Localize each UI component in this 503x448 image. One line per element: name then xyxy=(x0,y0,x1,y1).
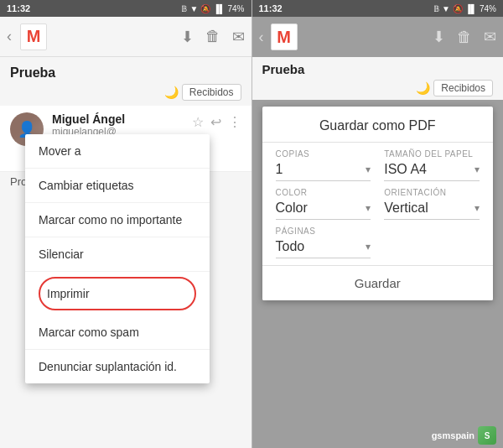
pdf-field-copias: COPIAS 1 ▾ xyxy=(276,149,371,181)
pdf-label-tamano: TAMAÑO DEL PAPEL xyxy=(384,149,480,159)
copias-arrow: ▾ xyxy=(366,164,371,175)
pdf-value-tamano[interactable]: ISO A4 ▾ xyxy=(384,160,480,181)
right-status-bar: 11:32 𝔹 ▼ 🔕 ▐▌ 74% xyxy=(252,0,504,17)
left-status-icons: 𝔹 ▼ 🔕 ▐▌ 74% xyxy=(181,4,244,13)
back-icon[interactable]: ‹ xyxy=(7,28,12,45)
star-icon[interactable]: ☆ xyxy=(192,114,204,130)
mute-icon: 🔕 xyxy=(200,4,210,13)
pdf-field-color: COLOR Color ▾ xyxy=(276,188,371,220)
pdf-field-tamano: TAMAÑO DEL PAPEL ISO A4 ▾ xyxy=(384,149,480,181)
r-wifi-icon: ▐▌ xyxy=(465,4,477,13)
pdf-value-orientacion[interactable]: Vertical ▾ xyxy=(384,199,480,220)
paginas-arrow: ▾ xyxy=(366,241,371,253)
signal-icon: ▼ xyxy=(189,4,198,13)
app-bar-left: ‹ M xyxy=(7,23,47,50)
right-inbox-badge: Recibidos xyxy=(433,80,493,96)
right-time: 11:32 xyxy=(259,3,283,13)
r-signal-icon: ▼ xyxy=(442,4,450,13)
inbox-row: 🌙 Recibidos xyxy=(0,84,252,106)
r-mail-icon[interactable]: ✉ xyxy=(484,28,496,46)
pdf-dialog-actions: Guardar xyxy=(262,265,494,300)
pdf-field-empty xyxy=(384,227,480,258)
context-menu: Mover a Cambiar etiquetas Marcar como no… xyxy=(25,134,210,383)
pdf-dialog-container: Guardar como PDF COPIAS 1 ▾ TAMAÑO DEL P… xyxy=(252,107,504,300)
gsm-text: gsmspain xyxy=(432,430,474,440)
pdf-dialog: Guardar como PDF COPIAS 1 ▾ TAMAÑO DEL P… xyxy=(262,107,494,300)
inbox-badge: Recibidos xyxy=(182,84,241,101)
pdf-label-copias: COPIAS xyxy=(276,149,371,159)
menu-item-spam[interactable]: Marcar como spam xyxy=(25,315,210,350)
email-subject: Prueba xyxy=(0,57,252,84)
gsm-icon: S xyxy=(478,426,496,445)
gmail-logo: M xyxy=(20,23,47,50)
right-app-bar: ‹ M ⬇ 🗑 ✉ xyxy=(252,17,504,57)
right-status-icons: 𝔹 ▼ 🔕 ▐▌ 74% xyxy=(433,4,496,13)
pdf-row-3: PÁGINAS Todo ▾ xyxy=(276,227,480,258)
bluetooth-icon: 𝔹 xyxy=(181,4,187,13)
more-icon[interactable]: ⋮ xyxy=(228,114,241,130)
right-inbox-row: 🌙 Recibidos xyxy=(252,80,504,100)
pdf-value-color[interactable]: Color ▾ xyxy=(276,199,371,220)
pdf-dialog-title: Guardar como PDF xyxy=(262,107,494,143)
delete-icon[interactable]: 🗑 xyxy=(205,28,220,45)
menu-item-move[interactable]: Mover a xyxy=(25,134,210,169)
battery-icon: 74% xyxy=(227,4,244,13)
orientacion-arrow: ▾ xyxy=(474,202,480,214)
mail-icon[interactable]: ✉ xyxy=(232,28,245,46)
branding: gsmspain S xyxy=(425,423,503,448)
right-app-bar-actions: ⬇ 🗑 ✉ xyxy=(433,28,496,46)
save-button[interactable]: Guardar xyxy=(262,266,494,300)
menu-item-unimportant[interactable]: Marcar como no importante xyxy=(25,203,210,237)
menu-item-mute[interactable]: Silenciar xyxy=(25,237,210,272)
pdf-row-1: COPIAS 1 ▾ TAMAÑO DEL PAPEL ISO A4 ▾ xyxy=(276,149,480,181)
left-app-bar: ‹ M ⬇ 🗑 ✉ xyxy=(0,17,252,57)
menu-item-print[interactable]: Imprimir xyxy=(39,277,196,310)
right-email-subject: Prueba xyxy=(252,57,504,80)
left-panel: 11:32 𝔹 ▼ 🔕 ▐▌ 74% ‹ M ⬇ 🗑 ✉ Prueba 🌙 Re… xyxy=(0,0,252,448)
app-bar-actions: ⬇ 🗑 ✉ xyxy=(181,28,245,46)
pdf-label-orientacion: ORIENTACIÓN xyxy=(384,188,480,197)
pdf-value-paginas[interactable]: Todo ▾ xyxy=(276,237,371,258)
right-panel: 11:32 𝔹 ▼ 🔕 ▐▌ 74% ‹ M ⬇ 🗑 ✉ Prueba 🌙 Re… xyxy=(252,0,504,448)
left-time: 11:32 xyxy=(7,3,30,13)
wifi-icon: ▐▌ xyxy=(213,4,225,13)
left-status-bar: 11:32 𝔹 ▼ 🔕 ▐▌ 74% xyxy=(0,0,252,17)
pdf-row-2: COLOR Color ▾ ORIENTACIÓN Vertical ▾ xyxy=(276,188,480,220)
color-arrow: ▾ xyxy=(366,202,371,214)
menu-item-labels[interactable]: Cambiar etiquetas xyxy=(25,169,210,203)
tamano-arrow: ▾ xyxy=(474,164,480,175)
pdf-field-paginas: PÁGINAS Todo ▾ xyxy=(276,227,371,258)
pdf-label-paginas: PÁGINAS xyxy=(276,227,371,236)
reply-icon[interactable]: ↩ xyxy=(210,114,221,130)
archive-icon[interactable]: ⬇ xyxy=(181,28,194,46)
right-back-icon[interactable]: ‹ xyxy=(259,29,264,46)
pdf-form: COPIAS 1 ▾ TAMAÑO DEL PAPEL ISO A4 ▾ xyxy=(262,143,494,258)
r-archive-icon[interactable]: ⬇ xyxy=(433,28,445,46)
pdf-field-orientacion: ORIENTACIÓN Vertical ▾ xyxy=(384,188,480,220)
r-bluetooth-icon: 𝔹 xyxy=(433,4,439,13)
gmail-letter: M xyxy=(27,27,41,46)
right-gmail-logo: M xyxy=(271,23,298,50)
r-delete-icon[interactable]: 🗑 xyxy=(457,29,472,46)
right-gmail-letter: M xyxy=(277,28,291,47)
sender-name: Miguel Ángel xyxy=(52,112,184,126)
r-mute-icon: 🔕 xyxy=(453,4,463,13)
pdf-value-copias[interactable]: 1 ▾ xyxy=(276,160,371,181)
menu-item-report[interactable]: Denunciar suplantación id. xyxy=(25,350,210,383)
pdf-label-color: COLOR xyxy=(276,188,371,197)
r-battery-icon: 74% xyxy=(480,4,496,13)
